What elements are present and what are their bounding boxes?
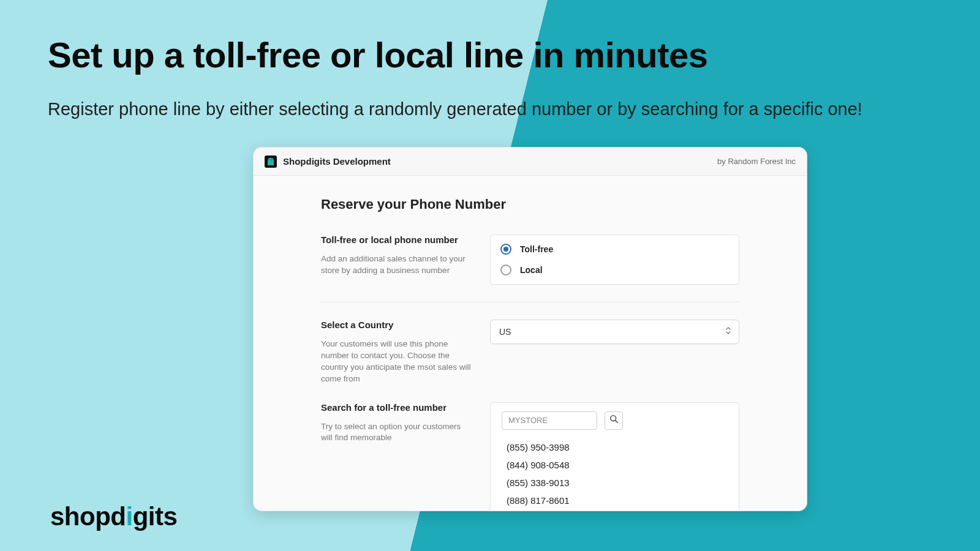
brand-logo: shopdigits [50,502,177,531]
number-type-radio-group: Toll-free Local [490,234,739,285]
radio-toll-free[interactable]: Toll-free [491,239,739,260]
chevron-updown-icon [725,326,731,337]
card-header: Shopdigits Development by Random Forest … [254,148,807,176]
row-search: Search for a toll-free number Try to sel… [321,402,739,511]
radio-icon [500,264,511,276]
app-name: Shopdigits Development [283,156,391,167]
search-button[interactable] [605,411,623,430]
help-number-type: Add an additional sales channel to your … [321,253,473,277]
hero-title: Set up a toll-free or local line in minu… [48,34,707,75]
brand-pre: shopd [50,502,126,531]
label-search: Search for a toll-free number [321,402,473,413]
search-icon [609,414,619,426]
result-item[interactable]: (855) 338-9013 [507,474,728,492]
reserve-card: Shopdigits Development by Random Forest … [253,147,807,511]
search-input-value: MYSTORE [508,416,548,425]
result-item[interactable]: (844) 908-0548 [507,456,728,474]
byline: by Random Forest Inc [717,157,796,166]
row-country: Select a Country Your customers will use… [321,320,739,402]
result-item[interactable]: (855) 950-3998 [507,438,728,456]
country-select-value: US [499,327,511,337]
card-body: Reserve your Phone Number Toll-free or l… [254,176,807,511]
card-title: Reserve your Phone Number [321,197,739,212]
help-search: Try to select an option your customers w… [321,421,473,444]
hero-subtitle: Register phone line by either selecting … [48,94,905,124]
radio-label-local: Local [520,265,543,275]
brand-post: gits [133,502,178,531]
country-select[interactable]: US [490,320,739,344]
svg-line-1 [615,421,617,423]
radio-icon [500,244,511,255]
search-input[interactable]: MYSTORE [502,411,597,430]
row-number-type: Toll-free or local phone number Add an a… [321,234,739,302]
result-item[interactable]: (888) 817-8601 [507,492,728,509]
brand-accent: i [126,502,132,531]
help-country: Your customers will use this phone numbe… [321,339,473,385]
radio-label-toll-free: Toll-free [520,244,553,254]
label-country: Select a Country [321,320,473,330]
search-panel: MYSTORE (855) 950-3998 (844) 908-0548 (8… [490,402,739,511]
label-number-type: Toll-free or local phone number [321,234,473,245]
app-icon [265,156,277,168]
result-list: (855) 950-3998 (844) 908-0548 (855) 338-… [502,438,728,509]
radio-local[interactable]: Local [491,260,739,280]
